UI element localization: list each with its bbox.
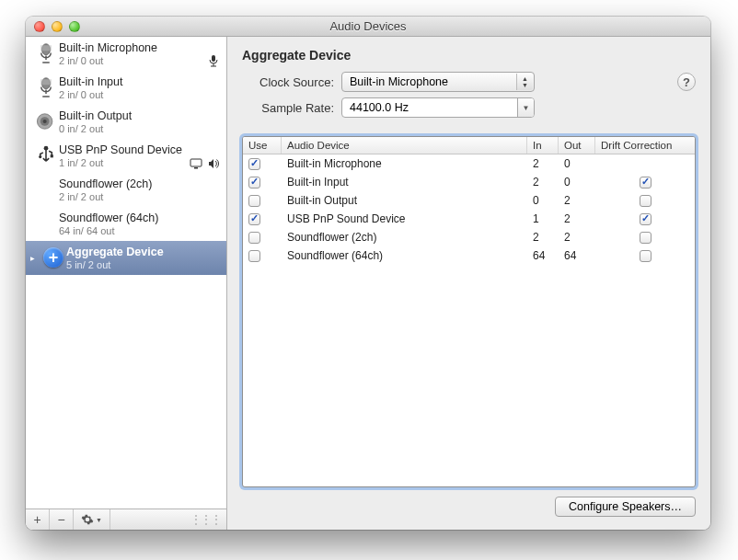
row-in: 0 [527,194,559,207]
device-io: 0 in/ 2 out [59,123,221,134]
speaker-icon [33,109,59,131]
col-header-use[interactable]: Use [243,137,282,154]
resize-grip[interactable]: ⋮⋮⋮ [190,513,221,526]
col-header-out[interactable]: Out [559,137,595,154]
drift-checkbox[interactable] [640,213,652,225]
use-checkbox[interactable] [248,213,260,225]
device-list-item[interactable]: Built-in Input2 in/ 0 out [26,71,226,105]
device-name: Built-in Output [59,109,221,122]
device-io: 5 in/ 2 out [66,259,221,270]
device-name: USB PnP Sound Device [59,143,221,156]
drift-checkbox[interactable] [640,195,652,207]
use-checkbox[interactable] [248,195,260,207]
device-io: 2 in/ 0 out [59,89,221,100]
col-header-drift[interactable]: Drift Correction [595,137,695,154]
device-name: Built-in Microphone [59,41,221,54]
table-row[interactable]: Built-in Microphone20 [243,154,695,173]
none-icon [33,177,59,179]
use-checkbox[interactable] [248,158,260,170]
device-name: Built-in Input [59,75,221,88]
device-name: Soundflower (2ch) [59,177,221,190]
sample-rate-value: 44100.0 Hz [350,101,409,114]
svg-point-7 [43,120,47,123]
row-out: 2 [559,212,595,225]
subdevice-table: Use Audio Device In Out Drift Correction… [242,136,696,487]
none-icon [33,211,59,213]
row-out: 2 [559,194,595,207]
row-device-name: Soundflower (64ch) [282,249,527,262]
row-in: 64 [527,249,559,262]
svg-rect-1 [40,45,52,51]
drift-checkbox[interactable] [640,250,652,262]
drift-checkbox[interactable] [640,177,652,189]
remove-device-button[interactable]: − [50,509,74,530]
row-device-name: Built-in Output [282,194,527,207]
device-list-item[interactable]: USB PnP Sound Device1 in/ 2 out [26,139,226,173]
use-checkbox[interactable] [248,232,260,244]
device-list-item[interactable]: Built-in Output0 in/ 2 out [26,105,226,139]
clock-source-select[interactable]: Built-in Microphone ▲▼ [341,72,535,92]
table-row[interactable]: Built-in Input20 [243,173,695,191]
table-row[interactable]: Built-in Output02 [243,191,695,210]
row-device-name: Built-in Input [282,176,527,189]
device-io: 2 in/ 0 out [59,55,221,66]
row-device-name: Soundflower (2ch) [282,231,527,244]
use-checkbox[interactable] [248,250,260,262]
detail-heading: Aggregate Device [242,48,696,63]
col-header-in[interactable]: In [527,137,559,154]
row-out: 0 [559,157,595,170]
col-header-name[interactable]: Audio Device [282,137,527,154]
use-checkbox[interactable] [248,177,260,189]
clock-source-value: Built-in Microphone [350,75,448,88]
svg-point-9 [39,155,41,158]
table-row[interactable]: Soundflower (64ch)6464 [243,246,695,265]
row-out: 64 [559,249,595,262]
row-in: 2 [527,176,559,189]
add-device-button[interactable]: + [26,509,50,530]
help-button[interactable]: ? [677,73,696,91]
row-device-name: USB PnP Sound Device [282,212,527,225]
device-list-item[interactable]: Soundflower (64ch)64 in/ 64 out [26,207,226,241]
device-list: Built-in Microphone2 in/ 0 outBuilt-in I… [26,37,226,509]
select-arrows-icon: ▲▼ [516,74,533,90]
device-sidebar: Built-in Microphone2 in/ 0 outBuilt-in I… [26,37,227,530]
sample-rate-label: Sample Rate: [242,101,334,115]
table-body: Built-in Microphone20Built-in Input20 Bu… [243,154,695,486]
drift-checkbox[interactable] [640,232,652,244]
row-in: 1 [527,212,559,225]
sidebar-footer: + − ▼ ⋮⋮⋮ [26,509,226,530]
chevron-down-icon: ▼ [517,98,534,117]
svg-rect-4 [40,79,52,85]
row-in: 2 [527,157,559,170]
detail-panel: Aggregate Device Clock Source: Built-in … [227,37,710,530]
configure-speakers-button[interactable]: Configure Speakers… [555,497,696,517]
table-row[interactable]: USB PnP Sound Device12 [243,210,695,228]
row-out: 0 [559,176,595,189]
clock-source-label: Clock Source: [242,75,334,89]
device-io: 2 in/ 2 out [59,191,221,202]
device-list-item[interactable]: Built-in Microphone2 in/ 0 out [26,37,226,71]
mic-icon [33,75,59,99]
row-out: 2 [559,231,595,244]
usb-icon [33,143,59,166]
row-in: 2 [527,231,559,244]
device-list-item[interactable]: Aggregate Device5 in/ 2 out [26,241,226,275]
table-row[interactable]: Soundflower (2ch)22 [243,228,695,246]
sample-rate-combo[interactable]: 44100.0 Hz ▼ [341,97,535,118]
device-name: Soundflower (64ch) [59,211,221,224]
gear-icon [81,513,94,526]
window: Audio Devices Built-in Microphone2 in/ 0… [26,17,710,530]
device-list-item[interactable]: Soundflower (2ch)2 in/ 2 out [26,173,226,207]
device-io: 64 in/ 64 out [59,225,221,236]
mic-icon [33,41,59,65]
default-input-icon [208,54,219,67]
device-name: Aggregate Device [66,246,221,258]
plus-icon [40,246,66,268]
action-menu-button[interactable]: ▼ [74,509,110,530]
titlebar[interactable]: Audio Devices [26,17,710,37]
aggregate-plus-icon [43,247,63,268]
window-title: Audio Devices [26,19,710,33]
svg-rect-12 [194,167,198,169]
svg-rect-10 [51,154,53,157]
svg-rect-11 [190,159,202,166]
